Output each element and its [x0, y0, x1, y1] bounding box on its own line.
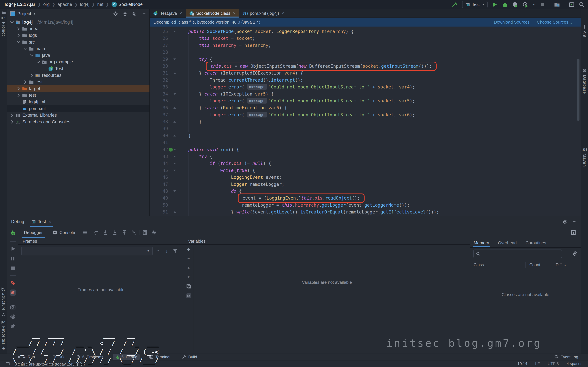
hide-panel-icon[interactable]: [142, 11, 147, 16]
gutter-line-44[interactable]: 44: [150, 160, 168, 167]
chevron-down-icon[interactable]: [29, 53, 34, 58]
view-breakpoints-icon[interactable]: [10, 280, 16, 286]
fold-up-icon[interactable]: [173, 211, 176, 213]
chevron-down-icon[interactable]: [9, 20, 14, 25]
tree-item-main[interactable]: main: [7, 45, 149, 52]
gear-icon[interactable]: [132, 11, 137, 16]
gutter-line-42[interactable]: 42: [150, 146, 168, 153]
tab-memory[interactable]: Memory: [474, 240, 489, 247]
close-icon[interactable]: ×: [180, 11, 182, 16]
step-into-icon[interactable]: [103, 230, 108, 235]
code-line-51[interactable]: 51 } while(!event.getLevel().isGreaterOr…: [150, 209, 581, 216]
column-header-class[interactable]: Class: [470, 262, 526, 267]
gutter-line-26[interactable]: 26: [150, 35, 168, 42]
code-line-38[interactable]: 38 }: [150, 118, 581, 125]
toolwindow-button-5-debug[interactable]: 5: Debug: [113, 354, 140, 360]
debug-button[interactable]: [502, 2, 508, 8]
toolwindow-button-terminal[interactable]: Terminal: [147, 354, 173, 360]
previous-frame-icon[interactable]: ↑: [156, 248, 161, 254]
breadcrumb-class[interactable]: SocketNode: [119, 2, 143, 7]
breadcrumb-apache[interactable]: apache: [58, 2, 72, 7]
gutter-line-40[interactable]: 40: [150, 132, 168, 139]
layout-options-icon[interactable]: [82, 230, 88, 235]
fold-down-icon[interactable]: [173, 149, 176, 150]
gutter-line-29[interactable]: 29: [150, 56, 168, 63]
settings-sliders-icon[interactable]: [152, 230, 157, 235]
profiler-dropdown-icon[interactable]: ▼: [533, 3, 535, 6]
fold-down-icon[interactable]: [173, 58, 176, 60]
gutter-line-37[interactable]: 37: [150, 111, 168, 118]
stop-icon[interactable]: [10, 265, 16, 271]
stop-button[interactable]: [539, 2, 545, 8]
sidebar-item-database[interactable]: Database: [581, 69, 588, 94]
tree-item-target[interactable]: target: [7, 85, 149, 92]
breadcrumb-jar[interactable]: log4j-1.2.17.jar: [5, 2, 35, 7]
code-line-39[interactable]: 39: [150, 125, 581, 132]
tab-overhead[interactable]: Overhead: [498, 240, 517, 247]
sidebar-item-maven[interactable]: m Maven: [581, 147, 588, 167]
override-method-icon[interactable]: ↑: [169, 148, 173, 151]
close-icon[interactable]: ×: [49, 219, 51, 224]
run-to-cursor-icon[interactable]: [131, 230, 137, 235]
run-button[interactable]: [492, 2, 498, 8]
code-line-40[interactable]: 40 }: [150, 132, 581, 139]
indent-setting[interactable]: 4 spaces: [567, 361, 582, 366]
locate-file-icon[interactable]: [113, 11, 118, 16]
code-line-45[interactable]: 45 while(true) {: [150, 167, 581, 174]
fold-up-icon[interactable]: [173, 135, 176, 136]
editor-tab-socketnode-class[interactable]: CSocketNode.class×: [186, 9, 239, 17]
gutter-line-49[interactable]: 49: [150, 195, 168, 201]
gutter-line-36[interactable]: 36: [150, 104, 168, 111]
force-step-into-icon[interactable]: [112, 230, 118, 235]
fold-up-icon[interactable]: [173, 121, 176, 123]
fold-up-icon[interactable]: [173, 107, 176, 109]
gutter-line-34[interactable]: 34: [150, 91, 168, 98]
code-line-43[interactable]: 43 try {: [150, 153, 581, 160]
code-line-47[interactable]: 47 Logger remoteLogger;: [150, 181, 581, 188]
editor-tab-test-java[interactable]: CTest.java×: [150, 9, 186, 17]
thread-dump-icon[interactable]: [10, 304, 16, 310]
move-up-icon[interactable]: ▲: [187, 265, 191, 270]
gutter-line-31[interactable]: 31: [150, 70, 168, 76]
sidebar-item-structure[interactable]: 7: Structure: [0, 288, 7, 317]
gutter-line-51[interactable]: 51: [150, 209, 168, 216]
chevron-right-icon[interactable]: [9, 113, 14, 118]
column-header-diff[interactable]: Diff▼: [552, 262, 581, 267]
chevron-right-icon[interactable]: [16, 86, 21, 91]
evaluate-expression-icon[interactable]: [142, 230, 148, 235]
toolwindow-button-todo[interactable]: TODO: [44, 354, 67, 360]
remove-watch-icon[interactable]: −: [187, 256, 190, 261]
sidebar-item-favorites[interactable]: 2: Favorites ★: [0, 321, 7, 351]
gutter-line-48[interactable]: 48: [150, 188, 168, 195]
mute-breakpoints-icon[interactable]: [10, 290, 16, 296]
code-line-30[interactable]: 30 this.ois = new ObjectInputStream(new …: [150, 63, 581, 70]
editor-tab-pom-xml-log4j-[interactable]: mpom.xml (log4j)×: [239, 9, 288, 17]
tree-item-org-example[interactable]: org.example: [7, 59, 149, 66]
coverage-button[interactable]: [512, 2, 518, 8]
profiler-button[interactable]: [522, 2, 528, 8]
gutter-line-43[interactable]: 43: [150, 153, 168, 160]
gear-icon[interactable]: [10, 314, 16, 320]
move-down-icon[interactable]: ▼: [187, 275, 191, 279]
tree-item-test[interactable]: test: [7, 92, 149, 99]
choose-sources-link[interactable]: Choose Sources...: [537, 20, 572, 25]
filter-icon[interactable]: [173, 248, 178, 254]
gutter-line-25[interactable]: 25: [150, 28, 168, 35]
fold-down-icon[interactable]: [173, 31, 176, 32]
project-view-dropdown-icon[interactable]: ▼: [33, 12, 36, 15]
gutter-line-39[interactable]: 39: [150, 125, 168, 132]
chevron-down-icon[interactable]: [23, 46, 27, 51]
close-icon[interactable]: ×: [282, 11, 284, 16]
chevron-right-icon[interactable]: [29, 73, 34, 78]
code-line-25[interactable]: 25 public SocketNode(Socket socket, Logg…: [150, 28, 581, 35]
chevron-down-icon[interactable]: [36, 60, 41, 65]
code-line-33[interactable]: 33 logger.error( message:"Could not open…: [150, 83, 581, 91]
tree-item-log4j[interactable]: log4j~/d4m1ts/java/log4j: [7, 19, 149, 25]
show-watches-icon[interactable]: [186, 293, 191, 298]
add-watch-icon[interactable]: +: [187, 247, 190, 252]
run-configuration-select[interactable]: Test ▼: [462, 1, 488, 8]
gutter-line-32[interactable]: 32: [150, 77, 168, 83]
toolwindow-button-6-problems[interactable]: 6: Problems: [74, 354, 106, 360]
editor-scrollbar[interactable]: [577, 59, 579, 121]
code-line-35[interactable]: 35 logger.error( message:"Could not open…: [150, 98, 581, 104]
